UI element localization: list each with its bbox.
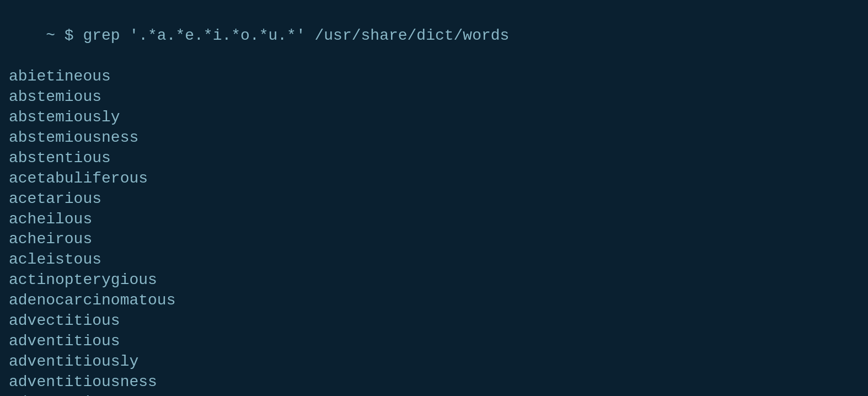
prompt-text: ~ $ (46, 27, 83, 44)
word-item: acleistous (9, 250, 859, 270)
word-item: abietineous (9, 67, 859, 87)
command-line: ~ $ grep '.*a.*e.*i.*o.*u.*' /usr/share/… (9, 6, 859, 67)
word-item: acetabuliferous (9, 169, 859, 189)
word-item: abstentious (9, 148, 859, 169)
word-item: actinopterygious (9, 270, 859, 291)
word-item: adventitiously (9, 352, 859, 372)
word-item: acheirous (9, 229, 859, 250)
word-item: abstemious (9, 87, 859, 108)
word-item: adenocarcinomatous (9, 291, 859, 311)
word-item: advectitious (9, 311, 859, 331)
word-item: acetarious (9, 189, 859, 210)
word-item: acheilous (9, 210, 859, 230)
word-list: abietineousabstemiousabstemiouslyabstemi… (9, 67, 859, 396)
word-item: adventitious (9, 331, 859, 352)
terminal-container: ~ $ grep '.*a.*e.*i.*o.*u.*' /usr/share/… (9, 6, 859, 396)
word-item: abstemiously (9, 108, 859, 128)
command-text: grep '.*a.*e.*i.*o.*u.*' /usr/share/dict… (83, 27, 509, 44)
word-item: adversarious (9, 393, 859, 396)
word-item: abstemiousness (9, 128, 859, 148)
word-item: adventitiousness (9, 372, 859, 393)
